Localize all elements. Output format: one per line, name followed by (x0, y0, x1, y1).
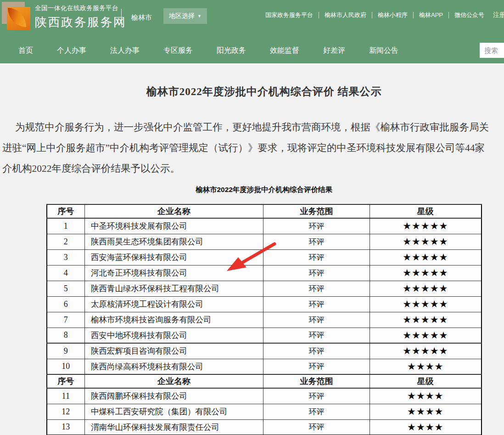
column-header: 企业名称 (85, 374, 263, 388)
column-header: 业务范围 (263, 374, 370, 388)
nav-item[interactable]: 阳光政务 (217, 46, 246, 56)
chevron-down-icon: ▼ (197, 14, 202, 18)
star-rating: ★★★★★ (370, 281, 482, 296)
star-rating: ★★★★★ (370, 249, 482, 265)
column-header: 序号 (47, 204, 85, 218)
topbar-link[interactable]: 榆林市人民政府 (319, 11, 372, 19)
business-scope: 环评 (263, 296, 370, 312)
register-link[interactable]: 注册 (493, 11, 504, 19)
platform-label: 全国一体化在线政务服务平台 (35, 4, 127, 12)
star-rating: ★★★★ (370, 404, 482, 419)
row-number: 4 (47, 265, 85, 281)
star-rating: ★★★★★ (370, 296, 482, 312)
row-number: 9 (47, 343, 85, 359)
main-nav: 首页个人办事法人办事专区服务阳光政务效能监督好差评新闻公告 (0, 42, 504, 59)
table-row: 11陕西阔鹏环保科技有限公司环评★★★★ (47, 388, 482, 404)
nav-item[interactable]: 效能监督 (270, 46, 299, 56)
nav-item[interactable]: 新闻公告 (369, 46, 398, 56)
header-divider (121, 9, 122, 27)
announcement-page: 榆林市2022年度涉批中介机构综合评价 结果公示 为规范中介服务行为，进一步强化… (2, 85, 504, 435)
row-number: 1 (47, 218, 85, 234)
business-scope: 环评 (263, 343, 370, 359)
row-number: 12 (47, 404, 85, 419)
region-selector-button[interactable]: 地区选择 ▼ (163, 8, 207, 24)
page-title: 榆林市2022年度涉批中介机构综合评价 结果公示 (2, 85, 504, 99)
paragraph-line: 介机构2022年度综合评价结果予以公示。 (2, 158, 504, 179)
star-rating: ★★★★★ (370, 312, 482, 328)
paragraph-line: 进驻“网上中介服务超市”中介机构考评管理规定（试行）》要求，现将评定的中圣环境科… (2, 138, 504, 158)
company-name: 陕西青山绿水环保科技工程有限公司 (85, 281, 263, 296)
table-row: 2陕西雨昊生态环境集团有限公司环评★★★★★ (47, 234, 482, 249)
column-header: 业务范围 (263, 204, 370, 218)
nav-item[interactable]: 好差评 (323, 46, 345, 56)
column-header: 序号 (47, 374, 85, 388)
column-header: 企业名称 (85, 204, 263, 218)
row-number: 5 (47, 281, 85, 296)
topbar-link[interactable]: 榆林小程序 (372, 11, 413, 19)
nav-item[interactable]: 首页 (18, 46, 33, 56)
table-row: 5陕西青山绿水环保科技工程有限公司环评★★★★★ (47, 281, 482, 296)
site-logo (2, 2, 30, 30)
star-rating: ★★★★★ (370, 218, 482, 234)
company-name: 西安中地环境科技有限公司 (85, 328, 263, 343)
business-scope: 环评 (263, 404, 370, 419)
company-name: 太原核清环境工程设计有限公司 (85, 296, 263, 312)
company-name: 中圣环境科技发展有限公司 (85, 218, 263, 234)
column-header: 星级 (370, 374, 482, 388)
star-rating: ★★★★★ (370, 265, 482, 281)
star-rating: ★★★★ (370, 359, 482, 374)
row-number: 2 (47, 234, 85, 249)
table-row: 3西安海蓝环保科技有限公司环评★★★★★ (47, 249, 482, 265)
company-name: 榆林市环境科技咨询服务有限公司 (85, 312, 263, 328)
search-box (480, 43, 504, 58)
column-header: 星级 (370, 204, 482, 218)
row-number: 11 (47, 388, 85, 404)
nav-item[interactable]: 专区服务 (163, 46, 193, 56)
business-scope: 环评 (263, 218, 370, 234)
company-name: 陕西尚绿高科环境科技有限公司 (85, 359, 263, 374)
company-name: 陕西宏辉项目咨询有限公司 (85, 343, 263, 359)
star-rating: ★★★★ (370, 388, 482, 404)
topbar-link[interactable]: 榆林APP (414, 11, 448, 19)
site-titles: 全国一体化在线政务服务平台 陕西政务服务网 (35, 4, 127, 30)
nav-item[interactable]: 个人办事 (57, 46, 86, 56)
table-row: 12中煤科工西安研究院（集团）有限公司环评★★★★ (47, 404, 482, 419)
table-header-row: 序号企业名称业务范围星级 (47, 204, 482, 218)
row-number: 3 (47, 249, 85, 265)
star-rating: ★★★★★ (370, 234, 482, 249)
row-number: 6 (47, 296, 85, 312)
topbar-link[interactable]: 微信公众号 (449, 11, 490, 19)
table-row: 9陕西宏辉项目咨询有限公司环评★★★★★ (47, 343, 482, 359)
business-scope: 环评 (263, 312, 370, 328)
row-number: 13 (47, 419, 85, 435)
region-selector-label: 地区选择 (169, 12, 195, 20)
row-number: 7 (47, 312, 85, 328)
results-table-body: 序号企业名称业务范围星级1中圣环境科技发展有限公司环评★★★★★2陕西雨昊生态环… (47, 204, 482, 435)
business-scope: 环评 (263, 249, 370, 265)
business-scope: 环评 (263, 281, 370, 296)
announcement-paragraph: 为规范中介服务行为，进一步强化中介监管工作，更好地提升我市营商环境，根据《榆林市… (2, 117, 504, 179)
star-rating: ★★★★ (370, 419, 482, 435)
business-scope: 环评 (263, 359, 370, 374)
table-row: 8西安中地环境科技有限公司环评★★★★★ (47, 328, 482, 343)
company-name: 中煤科工西安研究院（集团）有限公司 (85, 404, 263, 419)
site-header: 全国一体化在线政务服务平台 陕西政务服务网 榆林市 地区选择 ▼ 国家政务服务平… (0, 0, 504, 64)
company-name: 陕西阔鹏环保科技有限公司 (85, 388, 263, 404)
topbar-link[interactable]: 国家政务服务平台 (260, 11, 319, 19)
table-caption: 榆林市2022年度涉批中介机构综合评价结果 (2, 185, 504, 195)
company-name: 河北奇正环境科技有限公司 (85, 265, 263, 281)
current-city-label: 榆林市 (131, 13, 152, 22)
business-scope: 环评 (263, 234, 370, 249)
business-scope: 环评 (263, 265, 370, 281)
star-rating: ★★★★★ (370, 343, 482, 359)
business-scope: 环评 (263, 419, 370, 435)
paragraph-line: 为规范中介服务行为，进一步强化中介监管工作，更好地提升我市营商环境，根据《榆林市… (2, 117, 504, 138)
nav-item[interactable]: 法人办事 (110, 46, 140, 56)
site-name: 陕西政务服务网 (35, 14, 127, 30)
search-input[interactable] (480, 43, 504, 58)
company-name: 陕西雨昊生态环境集团有限公司 (85, 234, 263, 249)
business-scope: 环评 (263, 328, 370, 343)
topbar-links: 国家政务服务平台榆林市人民政府榆林小程序榆林APP微信公众号 (260, 11, 490, 19)
table-row: 10陕西尚绿高科环境科技有限公司环评★★★★ (47, 359, 482, 374)
results-table: 序号企业名称业务范围星级1中圣环境科技发展有限公司环评★★★★★2陕西雨昊生态环… (46, 204, 482, 435)
